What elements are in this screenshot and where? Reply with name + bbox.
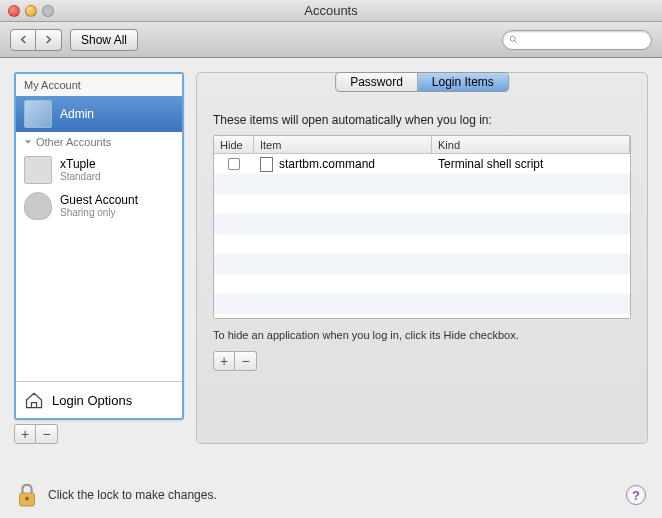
show-all-button[interactable]: Show All [70, 29, 138, 51]
table-row [214, 194, 630, 214]
toolbar: Show All [0, 22, 662, 58]
window-title: Accounts [0, 3, 662, 18]
account-add-remove: + − [14, 424, 184, 444]
lock-text: Click the lock to make changes. [48, 488, 217, 502]
chevron-right-icon [44, 35, 53, 44]
table-row [214, 274, 630, 294]
table-row [214, 214, 630, 234]
tabs: Password Login Items [335, 72, 509, 92]
table-row [214, 254, 630, 274]
table-row [214, 234, 630, 254]
detail-pane: Password Login Items These items will op… [196, 72, 648, 444]
table-body: startbm.command Terminal shell script [214, 154, 630, 318]
avatar [24, 156, 52, 184]
titlebar: Accounts [0, 0, 662, 22]
remove-item-button[interactable]: − [235, 351, 257, 371]
tab-login-items[interactable]: Login Items [418, 73, 508, 91]
section-my-account: My Account [16, 74, 182, 96]
chevron-left-icon [19, 35, 28, 44]
account-name: Admin [60, 107, 94, 121]
col-hide[interactable]: Hide [214, 136, 254, 154]
login-items-table: Hide Item Kind startbm.command Terminal … [213, 135, 631, 319]
login-items-desc: These items will open automatically when… [213, 113, 631, 127]
accounts-sidebar: My Account Admin Other Accounts xTuple S… [14, 72, 184, 420]
search-icon [509, 34, 518, 45]
item-add-remove: + − [213, 351, 631, 371]
svg-point-3 [25, 497, 29, 501]
file-icon [260, 157, 273, 172]
section-other-accounts[interactable]: Other Accounts [16, 132, 182, 152]
table-row [214, 174, 630, 194]
footer: Click the lock to make changes. ? [16, 482, 646, 508]
chevron-down-icon [24, 138, 32, 146]
hide-checkbox[interactable] [228, 158, 240, 170]
sidebar-wrap: My Account Admin Other Accounts xTuple S… [14, 72, 184, 444]
col-item[interactable]: Item [254, 136, 432, 154]
item-name: startbm.command [279, 157, 375, 171]
search-input[interactable] [522, 34, 645, 46]
account-xtuple[interactable]: xTuple Standard [16, 152, 182, 188]
account-name: xTuple [60, 157, 101, 171]
remove-account-button[interactable]: − [36, 424, 58, 444]
svg-line-1 [515, 41, 517, 43]
hide-hint: To hide an application when you log in, … [213, 329, 631, 341]
svg-point-0 [510, 36, 515, 41]
house-icon [24, 390, 44, 410]
account-sub: Standard [60, 171, 101, 183]
table-row [214, 294, 630, 314]
guest-icon [24, 192, 52, 220]
item-kind: Terminal shell script [432, 157, 630, 171]
account-name: Guest Account [60, 193, 138, 207]
tab-password[interactable]: Password [336, 73, 418, 91]
back-button[interactable] [10, 29, 36, 51]
search-field[interactable] [502, 30, 652, 50]
lock-icon[interactable] [16, 482, 38, 508]
account-sub: Sharing only [60, 207, 138, 219]
account-admin[interactable]: Admin [16, 96, 182, 132]
add-item-button[interactable]: + [213, 351, 235, 371]
forward-button[interactable] [36, 29, 62, 51]
account-guest[interactable]: Guest Account Sharing only [16, 188, 182, 224]
login-options[interactable]: Login Options [16, 381, 182, 418]
help-button[interactable]: ? [626, 485, 646, 505]
nav-buttons [10, 29, 62, 51]
col-kind[interactable]: Kind [432, 136, 630, 154]
avatar [24, 100, 52, 128]
table-row[interactable]: startbm.command Terminal shell script [214, 154, 630, 174]
add-account-button[interactable]: + [14, 424, 36, 444]
